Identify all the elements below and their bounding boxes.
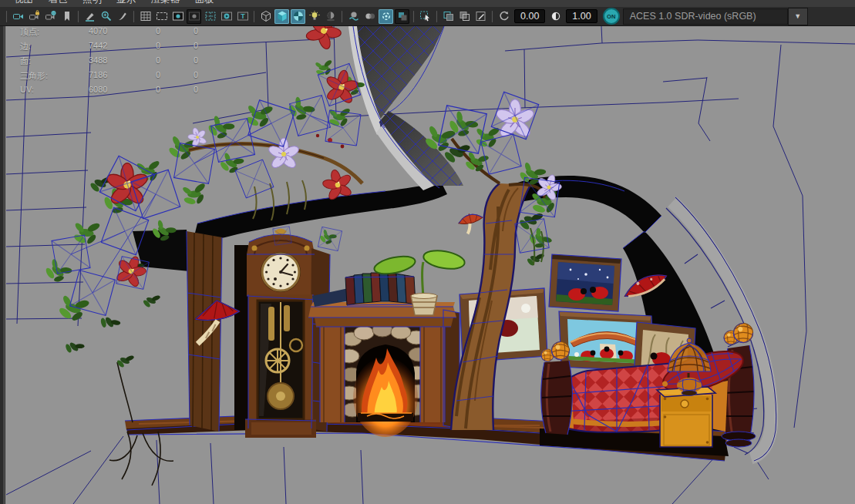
scene-canvas[interactable] — [0, 26, 855, 504]
image-plane-back-icon[interactable] — [457, 9, 472, 24]
panel-menubar: 视图 着色 照明 显示 渲染器 面板 — [0, 0, 855, 7]
wireframe-mode-icon[interactable] — [258, 9, 273, 24]
camera-select-icon[interactable] — [11, 9, 25, 24]
menu-view[interactable]: 视图 — [14, 0, 33, 6]
panel-toolbar: T 0.00 1.00 ON ACES 1.0 SDR-video (sRGB)… — [0, 7, 855, 26]
ssao-icon[interactable] — [346, 9, 361, 24]
resolution-gate-icon[interactable] — [170, 9, 185, 24]
menu-lighting[interactable]: 照明 — [82, 0, 102, 6]
film-gate-icon[interactable] — [154, 9, 169, 24]
lights-icon[interactable] — [307, 9, 321, 24]
viewport-3d[interactable]: 顶点:407000 边:744200 面:348800 三角形:718600 U… — [0, 26, 855, 504]
field-chart-icon[interactable] — [203, 9, 217, 24]
grid-icon[interactable] — [138, 9, 153, 24]
exposure-icon[interactable] — [497, 9, 511, 24]
smooth-shade-mode-icon[interactable] — [274, 9, 289, 24]
dropdown-arrow-icon[interactable]: ▼ — [788, 8, 808, 25]
safe-action-icon[interactable] — [219, 9, 234, 24]
toolbar-separator — [253, 11, 255, 22]
toolbar-separator — [412, 11, 415, 22]
toolbar-separator — [133, 11, 135, 22]
zoom-region-icon[interactable] — [99, 9, 113, 24]
menu-panels[interactable]: 面板 — [195, 0, 214, 6]
toolbar-separator — [491, 11, 493, 22]
image-plane-front-icon[interactable] — [441, 9, 456, 24]
panel-left-edge — [0, 26, 5, 504]
fireplace[interactable] — [308, 302, 459, 437]
menu-shading[interactable]: 着色 — [48, 0, 67, 6]
toolbar-separator — [341, 11, 343, 22]
picture-nightsky-ladybugs[interactable] — [549, 254, 621, 311]
annotate-frame-icon[interactable] — [473, 9, 488, 24]
safe-title-icon[interactable]: T — [235, 9, 250, 24]
camera-attributes-icon[interactable] — [43, 9, 58, 24]
color-management-toggle[interactable]: ON — [603, 8, 620, 25]
exposure-field[interactable]: 0.00 — [514, 9, 545, 23]
grease-pencil-icon[interactable] — [82, 9, 97, 24]
gate-mask-icon[interactable] — [187, 9, 201, 24]
motion-blur-icon[interactable] — [362, 9, 377, 24]
isolate-select-icon[interactable] — [418, 9, 433, 24]
toolbar-separator — [436, 11, 438, 22]
shadows-icon[interactable] — [323, 9, 338, 24]
depth-peeling-icon[interactable] — [395, 9, 409, 24]
maya-viewport-window: 视图 着色 照明 显示 渲染器 面板 T — [0, 0, 855, 504]
textured-mode-icon[interactable] — [291, 9, 305, 24]
paint-tool-icon[interactable] — [115, 9, 130, 24]
anti-aliasing-icon[interactable] — [379, 9, 393, 24]
gamma-field[interactable]: 1.00 — [566, 9, 597, 23]
toolbar-separator — [5, 11, 8, 22]
clock-shadow — [234, 245, 248, 430]
menu-show[interactable]: 显示 — [116, 0, 136, 6]
lock-camera-icon[interactable] — [27, 9, 42, 24]
grandfather-clock[interactable] — [245, 229, 330, 438]
view-transform-dropdown[interactable]: ACES 1.0 SDR-video (sRGB) — [623, 8, 788, 25]
left-wall-post[interactable] — [187, 231, 222, 432]
gamma-icon[interactable] — [548, 9, 563, 24]
menu-renderer[interactable]: 渲染器 — [151, 0, 180, 6]
svg-text:T: T — [241, 12, 245, 20]
nightstand[interactable] — [657, 387, 715, 447]
bookmark-icon[interactable] — [59, 9, 74, 24]
toolbar-separator — [77, 11, 79, 22]
